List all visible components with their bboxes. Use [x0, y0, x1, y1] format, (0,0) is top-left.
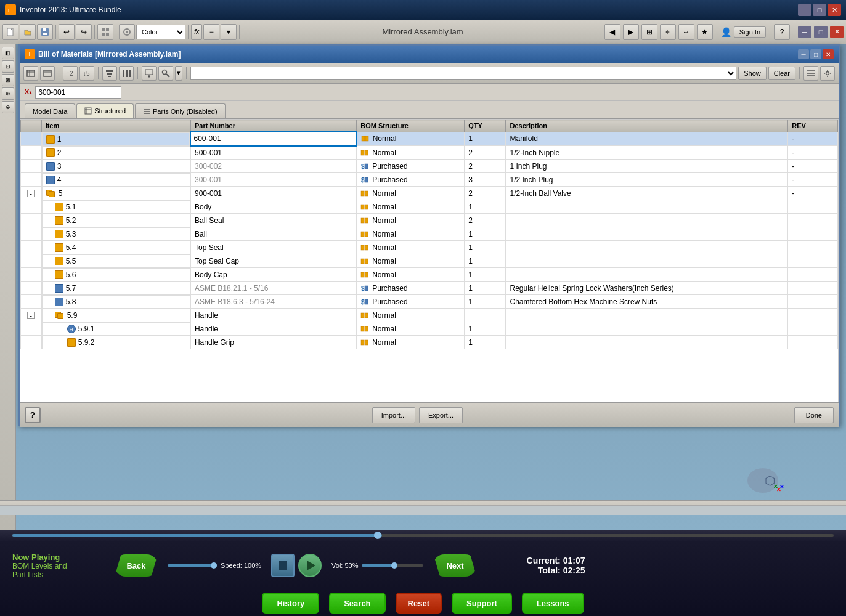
row-part-5[interactable]: 900-001 — [190, 187, 356, 200]
row-part-3[interactable]: 300-002 — [190, 160, 356, 173]
search-more-button[interactable]: ▾ — [175, 66, 182, 81]
nav-left-button[interactable]: ◀ — [604, 24, 620, 40]
sidebar-icon-4[interactable]: ⊕ — [2, 87, 14, 100]
undo-button[interactable]: ↩ — [59, 24, 75, 40]
window-close-button[interactable]: ✕ — [830, 26, 844, 38]
bom-table-container[interactable]: Item Part Number BOM Structure QTY Descr… — [20, 119, 839, 402]
window-min-button[interactable]: ─ — [798, 26, 811, 38]
search-button[interactable]: Search — [329, 593, 385, 614]
export-button[interactable]: Export... — [419, 407, 463, 423]
row-part-5-6[interactable]: Body Cap — [190, 268, 356, 282]
row-part-5-2[interactable]: Ball Seal — [190, 214, 356, 227]
bom-settings-button[interactable] — [820, 66, 835, 81]
row-part-5-7[interactable]: ASME B18.21.1 - 5/16 — [190, 282, 356, 295]
row-part-5-9-2[interactable]: Handle Grip — [190, 336, 356, 349]
row-part-4[interactable]: 300-001 — [190, 173, 356, 187]
col-rev[interactable]: REV — [788, 120, 838, 132]
table-row[interactable]: 5.9.2 Handle Grip Normal 1 — [21, 336, 838, 349]
play-button[interactable] — [298, 554, 322, 577]
sidebar-icon-3[interactable]: ⊠ — [2, 74, 14, 86]
row-part-5-8[interactable]: ASME B18.6.3 - 5/16-24 — [190, 295, 356, 309]
bom-tool-1[interactable] — [23, 66, 38, 81]
filter-button[interactable] — [102, 66, 117, 81]
view3d-button[interactable]: ⊞ — [641, 24, 657, 40]
maximize-button[interactable]: □ — [813, 4, 826, 16]
collapse-button-5-9[interactable]: - — [27, 312, 35, 319]
column-button[interactable] — [119, 66, 134, 81]
col-item[interactable]: Item — [41, 120, 190, 132]
row-part-5-9[interactable]: Handle — [190, 309, 356, 322]
orbit-button[interactable]: ⌖ — [660, 24, 676, 40]
save-button[interactable] — [37, 24, 53, 40]
plus-button[interactable]: ▾ — [221, 24, 237, 40]
new-button[interactable] — [2, 24, 18, 40]
search-clear-icon[interactable]: X₁ — [25, 88, 31, 96]
part-number-input[interactable] — [191, 132, 356, 145]
speed-thumb[interactable] — [211, 562, 217, 569]
row-expand-5-9[interactable]: - — [21, 309, 42, 322]
speed-track[interactable] — [168, 564, 217, 567]
volume-thumb[interactable] — [391, 562, 397, 569]
table-row[interactable]: 5.6 Body Cap Normal 1 — [21, 268, 838, 282]
done-button[interactable]: Done — [794, 407, 834, 423]
sort-asc-button[interactable]: ↑2 — [63, 66, 78, 81]
support-button[interactable]: Support — [452, 593, 512, 614]
redo-button[interactable]: ↪ — [76, 24, 92, 40]
minus-button[interactable]: − — [203, 24, 219, 40]
table-row[interactable]: 5.1 Body Normal 1 — [21, 200, 838, 214]
tab-model-data[interactable]: Model Data — [25, 103, 75, 118]
table-row[interactable]: 3 300-002 $Purchased 2 1 Inch Plug - — [21, 160, 838, 173]
sign-in-button[interactable]: Sign In — [734, 26, 766, 38]
help-button[interactable]: ? — [25, 407, 41, 423]
row-part-2[interactable]: 500-001 — [190, 146, 356, 160]
bom-tool-2[interactable] — [40, 66, 55, 81]
col-bom-structure[interactable]: BOM Structure — [357, 120, 465, 132]
row-part-5-3[interactable]: Ball — [190, 227, 356, 241]
bom-close-button[interactable]: ✕ — [823, 49, 834, 59]
table-row[interactable]: 5.8 ASME B18.6.3 - 5/16-24 $Purchased 1 … — [21, 295, 838, 309]
tab-structured[interactable]: Structured — [76, 103, 134, 118]
back-button[interactable]: Back — [115, 554, 158, 577]
search-table-button[interactable] — [158, 66, 173, 81]
sidebar-icon-1[interactable]: ◧ — [2, 47, 14, 59]
row-part-1[interactable] — [190, 132, 356, 146]
lessons-button[interactable]: Lessons — [522, 593, 584, 614]
volume-track[interactable] — [362, 564, 423, 567]
table-row[interactable]: 1 Normal 1 Manifold - — [21, 132, 838, 146]
reset-button[interactable]: Reset — [396, 593, 442, 614]
history-button[interactable]: History — [262, 593, 319, 614]
progress-bar-background[interactable] — [12, 534, 834, 537]
progress-thumb[interactable] — [374, 532, 381, 539]
table-row[interactable]: 5.3 Ball Normal 1 — [21, 227, 838, 241]
tab-parts-only[interactable]: Parts Only (Disabled) — [135, 103, 226, 118]
color-dropdown[interactable]: Color — [136, 25, 185, 39]
table-row[interactable]: 5.5 Top Seal Cap Normal 1 — [21, 254, 838, 268]
close-button[interactable]: ✕ — [828, 4, 841, 16]
table-row[interactable]: 5.7 ASME B18.21.1 - 5/16 $Purchased 1 Re… — [21, 282, 838, 295]
sidebar-icon-5[interactable]: ⊗ — [2, 101, 14, 113]
help-button[interactable]: ? — [774, 24, 790, 40]
show-button[interactable]: Show — [738, 67, 767, 80]
row-part-5-4[interactable]: Top Seal — [190, 241, 356, 254]
table-row[interactable]: 5.2 Ball Seal Normal 2 — [21, 214, 838, 227]
table-row[interactable]: 2 500-001 Normal 2 1/2-Inch Nipple - — [21, 146, 838, 160]
table-row[interactable]: - 5 900-001 Normal 2 1/2-Inch Ball — [21, 187, 838, 200]
material-button[interactable] — [119, 24, 135, 40]
bom-list-view-button[interactable] — [803, 66, 818, 81]
col-qty[interactable]: QTY — [465, 120, 506, 132]
table-row[interactable]: - 5.9 Handle Normal — [21, 309, 838, 322]
bom-minimize-button[interactable]: ─ — [798, 49, 809, 59]
col-description[interactable]: Description — [506, 120, 788, 132]
bookmark-button[interactable]: ★ — [697, 24, 713, 40]
bom-maximize-button[interactable]: □ — [810, 49, 821, 59]
collapse-button-5[interactable]: - — [27, 190, 35, 197]
table-row[interactable]: H 5.9.1 Handle Normal 1 — [21, 322, 838, 336]
open-button[interactable] — [20, 24, 36, 40]
stop-button[interactable] — [271, 554, 295, 577]
window-max-button[interactable]: □ — [814, 26, 828, 38]
progress-track[interactable] — [0, 530, 846, 541]
table-row[interactable]: 4 300-001 $Purchased 3 1/2 Inch Plug - — [21, 173, 838, 187]
row-part-5-5[interactable]: Top Seal Cap — [190, 254, 356, 268]
table-row[interactable]: 5.4 Top Seal Normal 1 — [21, 241, 838, 254]
col-part-number[interactable]: Part Number — [190, 120, 356, 132]
